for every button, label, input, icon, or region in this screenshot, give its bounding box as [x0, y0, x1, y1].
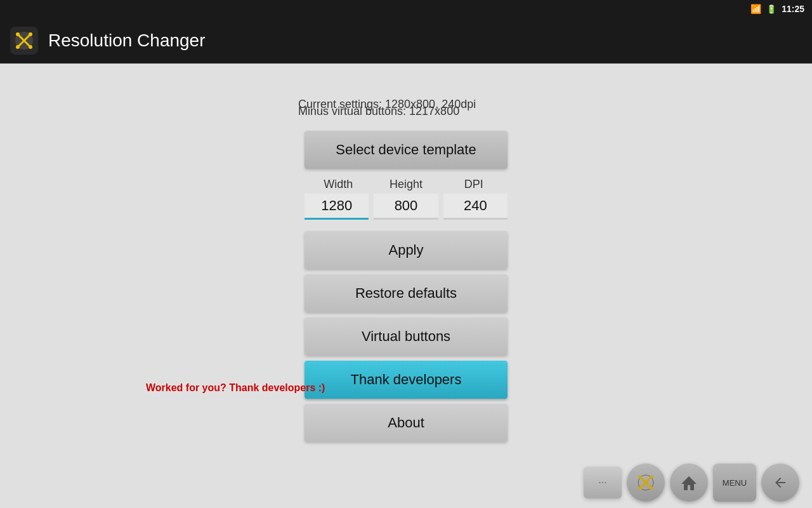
width-input[interactable]	[304, 194, 369, 220]
about-button[interactable]: About	[304, 404, 508, 442]
restore-defaults-button[interactable]: Restore defaults	[304, 274, 508, 312]
height-label: Height	[372, 178, 440, 191]
home-button[interactable]	[670, 464, 708, 502]
width-label: Width	[304, 178, 372, 191]
center-panel: Current settings: 1280x800, 240dpi Minus…	[298, 95, 514, 447]
svg-point-13	[650, 487, 653, 490]
height-wrap	[374, 194, 438, 220]
dpi-label: DPI	[440, 178, 508, 191]
dpi-input[interactable]	[443, 194, 508, 220]
wifi-icon: 📶	[750, 4, 761, 14]
status-bar: 📶 🔋 11:25	[0, 0, 812, 18]
status-time: 11:25	[782, 4, 804, 14]
main-content: Current settings: 1280x800, 240dpi Minus…	[0, 64, 812, 508]
svg-point-10	[639, 476, 642, 479]
svg-point-3	[16, 32, 20, 36]
thank-row: Worked for you? Thank developers :) Than…	[304, 361, 508, 404]
nav-bar: ··· MENU	[0, 457, 812, 508]
svg-point-4	[29, 32, 32, 36]
width-wrap	[304, 194, 369, 220]
current-settings-line2: Minus virtual buttons: 1217x800	[298, 102, 459, 121]
svg-point-11	[650, 476, 653, 479]
menu-button[interactable]: MENU	[713, 464, 756, 502]
app-title: Resolution Changer	[48, 30, 206, 51]
dots-button[interactable]: ···	[584, 467, 622, 498]
cross-nav-button[interactable]	[627, 464, 665, 502]
svg-point-5	[16, 45, 20, 49]
field-inputs	[304, 194, 508, 220]
field-labels: Width Height DPI	[304, 178, 508, 191]
thank-side-label: Worked for you? Thank developers :)	[146, 382, 325, 394]
fields-container: Width Height DPI	[304, 178, 508, 220]
back-button[interactable]	[761, 464, 799, 502]
height-input[interactable]	[374, 194, 438, 220]
svg-point-6	[29, 45, 32, 49]
apply-button[interactable]: Apply	[304, 231, 508, 269]
svg-marker-14	[681, 476, 697, 490]
select-template-button[interactable]: Select device template	[304, 131, 508, 169]
menu-label: MENU	[723, 478, 747, 488]
virtual-buttons-button[interactable]: Virtual buttons	[304, 318, 508, 356]
battery-icon: 🔋	[766, 4, 776, 14]
dots-label: ···	[598, 477, 606, 488]
thank-developers-button[interactable]: Thank developers	[304, 361, 508, 399]
app-bar: Resolution Changer	[0, 18, 812, 64]
dpi-wrap	[443, 194, 508, 220]
app-icon	[10, 27, 38, 55]
svg-point-12	[639, 487, 642, 490]
